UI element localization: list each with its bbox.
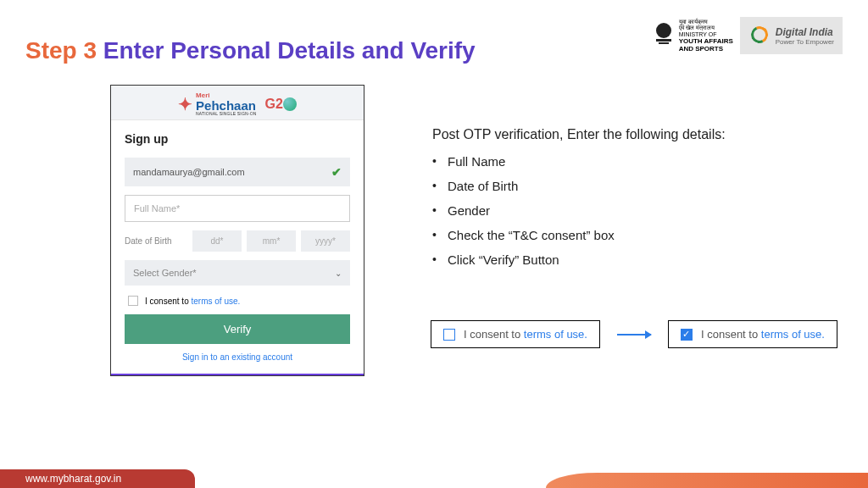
dob-day-field[interactable]: dd*	[192, 230, 242, 252]
checkbox-icon[interactable]	[128, 296, 138, 306]
consent-unchecked-box: I consent to terms of use.	[431, 320, 600, 348]
page-title: Step 3 Enter Personal Details and Verify	[25, 17, 476, 64]
checkbox-empty-icon	[443, 329, 455, 341]
check-icon: ✔	[331, 165, 342, 179]
digital-india-logo: Digital India Power To Empower	[740, 17, 843, 54]
svg-rect-2	[659, 42, 669, 44]
footer: www.mybharat.gov.in	[0, 469, 868, 488]
g20-logo: G2	[265, 97, 297, 112]
dob-year-field[interactable]: yyyy*	[301, 230, 350, 252]
dob-label: Date of Birth	[125, 236, 184, 246]
pehchaan-icon: ✦	[178, 94, 192, 114]
bullet-item: Click “Verify” Button	[432, 252, 834, 267]
dob-month-field[interactable]: mm*	[247, 230, 296, 252]
ministry-logo: युवा कार्यक्रम एवं खेल मंत्रालय MINISTRY…	[652, 19, 733, 53]
fullname-field[interactable]: Full Name*	[125, 195, 350, 222]
bullet-item: Check the “T&C consent” box	[432, 228, 834, 242]
pehchaan-logo: ✦ Meri Pehchaan NATIONAL SINGLE SIGN-ON	[178, 92, 257, 116]
bullet-item: Date of Birth	[432, 179, 834, 193]
footer-decoration	[546, 473, 868, 488]
footer-url: www.mybharat.gov.in	[0, 469, 195, 488]
desc-heading: Post OTP verification, Enter the followi…	[432, 127, 834, 142]
svg-rect-1	[656, 39, 671, 42]
consent-demo: I consent to terms of use. ✓ I consent t…	[431, 320, 837, 348]
verify-button[interactable]: Verify	[125, 314, 350, 344]
consent-checkbox-row[interactable]: I consent to terms of use.	[125, 296, 350, 306]
signup-form-screenshot: ✦ Meri Pehchaan NATIONAL SINGLE SIGN-ON …	[110, 85, 364, 376]
email-field[interactable]: mandamaurya@gmail.com ✔	[125, 158, 350, 186]
bullet-item: Full Name	[432, 154, 834, 169]
header-logos: युवा कार्यक्रम एवं खेल मंत्रालय MINISTRY…	[652, 17, 843, 54]
globe-icon	[283, 97, 297, 111]
svg-point-0	[656, 23, 671, 38]
gender-select[interactable]: Select Gender* ⌄	[125, 260, 350, 286]
signup-heading: Sign up	[125, 132, 350, 146]
checkbox-checked-icon: ✓	[681, 329, 693, 341]
chevron-down-icon: ⌄	[335, 269, 342, 278]
step-label: Step 3	[25, 37, 97, 64]
digital-india-icon	[748, 25, 771, 47]
arrow-right-icon	[617, 334, 651, 336]
title-rest: Enter Personal Details and Verify	[97, 37, 476, 64]
bullet-item: Gender	[432, 203, 834, 218]
signin-link[interactable]: Sign in to an existing account	[125, 352, 350, 365]
consent-checked-box: ✓ I consent to terms of use.	[668, 320, 837, 348]
terms-link[interactable]: terms of use.	[191, 297, 240, 306]
india-emblem-icon	[652, 20, 676, 51]
